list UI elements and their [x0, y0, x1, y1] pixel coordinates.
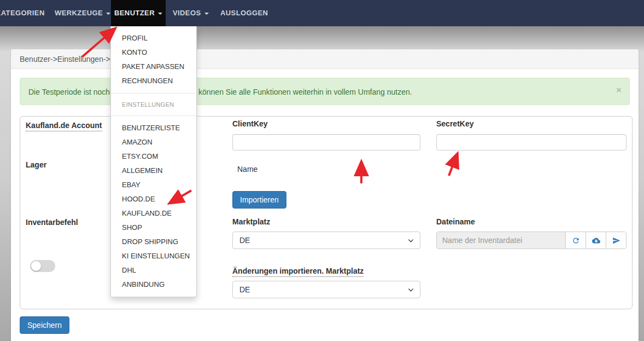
dateiname-input-group [436, 232, 627, 249]
menu-item-dhl[interactable]: DHL [111, 263, 196, 278]
dateiname-label: Dateiname [436, 217, 475, 226]
secretkey-input[interactable] [436, 134, 627, 151]
speichern-button[interactable]: Speichern [20, 316, 69, 334]
nav-label: WERKZEUGE [55, 9, 103, 17]
name-label: Name [237, 165, 257, 174]
clientkey-input[interactable] [232, 134, 420, 151]
menu-item-paket-anpassen[interactable]: PAKET ANPASSEN [111, 60, 196, 74]
alert-text-right: können Sie alle Funktionen weiterhin in … [198, 88, 412, 96]
marktplatz-select[interactable]: DE [232, 232, 420, 249]
breadcrumb-bar: Benutzer->Einstellungen-> [11, 49, 639, 69]
refresh-button[interactable] [565, 232, 586, 248]
menu-item-hood-de[interactable]: HOOD.DE [111, 192, 196, 206]
menu-section-header: EINSTELLUNGEN [111, 99, 196, 111]
alert-text-left: Die Testperiode ist noch -1 [28, 88, 119, 96]
send-icon [612, 236, 620, 245]
nav-item-videos[interactable]: VIDEOS [173, 0, 209, 26]
cloud-upload-button[interactable] [586, 232, 606, 248]
nav-label: BENUTZER [114, 9, 155, 17]
menu-divider [111, 93, 196, 94]
menu-item-drop-shipping[interactable]: DROP SHIPPING [111, 235, 196, 249]
send-button[interactable] [606, 232, 626, 248]
marktplatz-selected-value: DE [239, 236, 250, 245]
menu-item-konto[interactable]: KONTO [111, 45, 196, 60]
close-icon[interactable]: × [616, 85, 622, 95]
nav-label: AUSLOGGEN [220, 9, 268, 17]
toggle-knob [31, 261, 41, 271]
dateiname-input[interactable] [437, 232, 565, 248]
nav-item-kategorien[interactable]: KATEGORIEN [0, 0, 45, 26]
content-container: Benutzer->Einstellungen-> Die Testperiod… [11, 49, 639, 341]
nav-label: VIDEOS [173, 9, 201, 17]
menu-item-profil[interactable]: PROFIL [111, 31, 196, 45]
nav-item-ausloggen[interactable]: AUSLOGGEN [220, 0, 268, 26]
caret-down-icon [204, 13, 209, 15]
nav-label: KATEGORIEN [0, 9, 45, 17]
inventarbefehl-label: Inventarbefehl [26, 218, 78, 227]
chevron-down-icon [407, 286, 414, 293]
chevron-down-icon [407, 237, 414, 244]
app-window: KATEGORIEN WERKZEUGE BENUTZER VIDEOS AUS… [0, 0, 644, 341]
menu-item-allgemein[interactable]: ALLGEMEIN [111, 164, 196, 178]
nav-item-werkzeuge[interactable]: WERKZEUGE [55, 0, 110, 26]
menu-item-amazon[interactable]: AMAZON [111, 135, 196, 149]
menu-item-etsy-com[interactable]: ETSY.COM [111, 149, 196, 164]
clientkey-label: ClientKey [232, 119, 268, 128]
aenderungen-marktplatz-select[interactable]: DE [232, 281, 420, 298]
inventarbefehl-toggle[interactable] [30, 260, 55, 272]
aenderungen-selected-value: DE [239, 285, 250, 294]
breadcrumb: Benutzer->Einstellungen-> [11, 49, 110, 69]
marktplatz-label: Marktplatz [232, 217, 270, 226]
menu-item-ebay[interactable]: EBAY [111, 178, 196, 192]
lager-label: Lager [26, 160, 46, 169]
nav-item-benutzer[interactable]: BENUTZER [111, 0, 166, 26]
menu-item-shop[interactable]: SHOP [111, 221, 196, 235]
top-navbar: KATEGORIEN WERKZEUGE BENUTZER VIDEOS AUS… [0, 0, 644, 26]
menu-item-ki-einstellungen[interactable]: KI EINSTELLUNGEN [111, 249, 196, 263]
panel-legend: Kaufland.de Account [26, 121, 102, 131]
refresh-icon [572, 236, 580, 245]
caret-down-icon [106, 13, 110, 15]
secretkey-label: SecretKey [436, 119, 474, 128]
menu-item-benutzerliste[interactable]: BENUTZERLISTE [111, 121, 196, 135]
menu-item-rechnungen[interactable]: RECHNUNGEN [111, 74, 196, 88]
menu-item-anbindung[interactable]: ANBINDUNG [111, 278, 196, 292]
menu-divider [111, 115, 196, 116]
importieren-button[interactable]: Importieren [232, 191, 286, 209]
caret-down-icon [158, 13, 162, 15]
benutzer-dropdown-menu: PROFIL KONTO PAKET ANPASSEN RECHNUNGEN E… [110, 26, 197, 297]
cloud-download-icon [592, 236, 600, 245]
menu-item-kaufland-de[interactable]: KAUFLAND.DE [111, 206, 196, 221]
aenderungen-label: Änderungen importieren. Marktplatz [232, 267, 364, 277]
